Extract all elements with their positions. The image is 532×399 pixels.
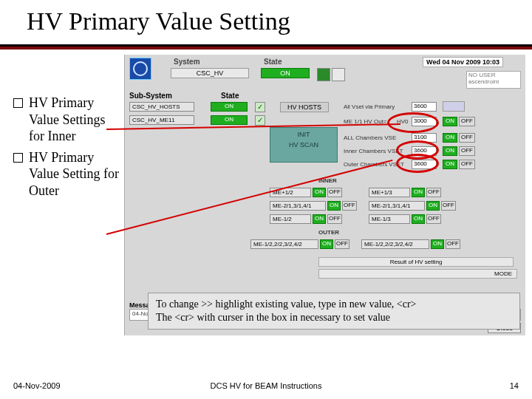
off-button[interactable]: OFF (446, 239, 460, 249)
user-box: NO USER ascendroini (466, 71, 521, 89)
bullet-column: HV Primary Value Settings for Inner HV P… (13, 95, 123, 203)
off-button[interactable]: OFF (342, 201, 357, 211)
off-button[interactable]: OFF (327, 214, 342, 224)
inner-item: ME-2/1,3/1,4/1 (369, 201, 425, 211)
bullet-text: HV Primary Value Setting for Outer (29, 149, 123, 200)
allvset-label: All Vset via Primary (344, 103, 395, 110)
state-header2: State (221, 92, 239, 100)
off-button[interactable]: OFF (459, 117, 475, 126)
outer-header: OUTER (318, 229, 339, 236)
on-button[interactable]: ON (320, 239, 333, 249)
state-header: State (264, 58, 282, 66)
on-button[interactable]: ON (426, 201, 440, 211)
off-button[interactable]: OFF (426, 188, 441, 197)
allvset-input[interactable]: 3600 (412, 102, 437, 112)
off-button[interactable]: OFF (441, 201, 456, 211)
teal-line2: HV SCAN (270, 141, 337, 149)
sub2-state[interactable]: ON (211, 115, 248, 125)
system-header: System (174, 58, 200, 66)
mode-panel: MODE (318, 269, 517, 279)
user-line2: ascendroini (468, 79, 519, 86)
result-panel: Result of HV setting (318, 257, 514, 267)
on-button[interactable]: ON (443, 117, 457, 126)
on-button[interactable]: ON (327, 201, 341, 211)
highlight-ellipse-outer (396, 154, 439, 173)
inner-item: ME-2/1,3/1,4/1 (270, 201, 326, 211)
slide-title: HV Primary Value Setting (27, 7, 290, 35)
on-button[interactable]: ON (412, 214, 425, 224)
callout-line1: To change >> highlight existing value, t… (156, 298, 512, 311)
on-button[interactable]: ON (443, 146, 457, 156)
bullet-marker (13, 98, 23, 108)
bullet-2: HV Primary Value Setting for Outer (13, 149, 123, 200)
inner-label: Inner Chambers VSET (344, 148, 403, 154)
inner-item: ME-1/2 (270, 214, 311, 224)
inner-item: ME+1/3 (369, 188, 410, 197)
on-button[interactable]: ON (431, 239, 444, 249)
off-button[interactable]: OFF (327, 188, 342, 197)
callout-line2: The <cr> with curser in the box in neces… (156, 311, 512, 324)
on-button[interactable]: ON (313, 214, 326, 224)
subsystem-header: Sub-System (129, 92, 172, 100)
gear-icon[interactable] (332, 68, 345, 81)
teal-panel[interactable]: INIT HV SCAN (270, 127, 338, 163)
outer-item: ME-1/2,2/2,3/2,4/2 (361, 239, 429, 249)
on-button[interactable]: ON (443, 133, 457, 143)
highlight-ellipse-me11 (387, 112, 439, 133)
cern-logo (129, 58, 151, 80)
on-button[interactable]: ON (443, 160, 457, 169)
primary-extra[interactable] (443, 101, 465, 112)
teal-line1: INIT (270, 131, 337, 138)
hvhosts-button[interactable]: HV HOSTS (280, 102, 329, 112)
system-state[interactable]: ON (261, 68, 310, 78)
bullet-1: HV Primary Value Settings for Inner (13, 95, 123, 145)
off-button[interactable]: OFF (459, 160, 475, 169)
bullet-text: HV Primary Value Settings for Inner (29, 95, 123, 145)
inner-item: ME-1/3 (369, 214, 410, 224)
allch-label: ALL Chambers VSE (344, 134, 396, 141)
bullet-marker (13, 153, 23, 163)
check-icon[interactable]: ✓ (255, 115, 265, 126)
footer-center: DCS HV for BEAM Instructions (0, 381, 532, 390)
lock-icon[interactable] (317, 68, 330, 81)
sub1-state[interactable]: ON (211, 102, 248, 112)
title-accent (0, 47, 532, 50)
sub2-name: CSC_HV_ME11 (129, 115, 194, 125)
on-button[interactable]: ON (313, 188, 326, 197)
outer-item: ME-1/2,2/2,3/2,4/2 (250, 239, 318, 249)
footer-page: 14 (510, 381, 519, 390)
off-button[interactable]: OFF (459, 133, 475, 143)
off-button[interactable]: OFF (335, 239, 349, 249)
timestamp: Wed 04 Nov 2009 10:03 (423, 57, 503, 67)
off-button[interactable]: OFF (426, 214, 441, 224)
check-icon[interactable]: ✓ (255, 102, 265, 112)
sub1-name: CSC_HV_HOSTS (129, 102, 194, 112)
off-button[interactable]: OFF (459, 146, 475, 156)
on-button[interactable]: ON (412, 188, 425, 197)
system-name: CSC_HV (171, 68, 249, 78)
instruction-callout: To change >> highlight existing value, t… (148, 293, 520, 330)
